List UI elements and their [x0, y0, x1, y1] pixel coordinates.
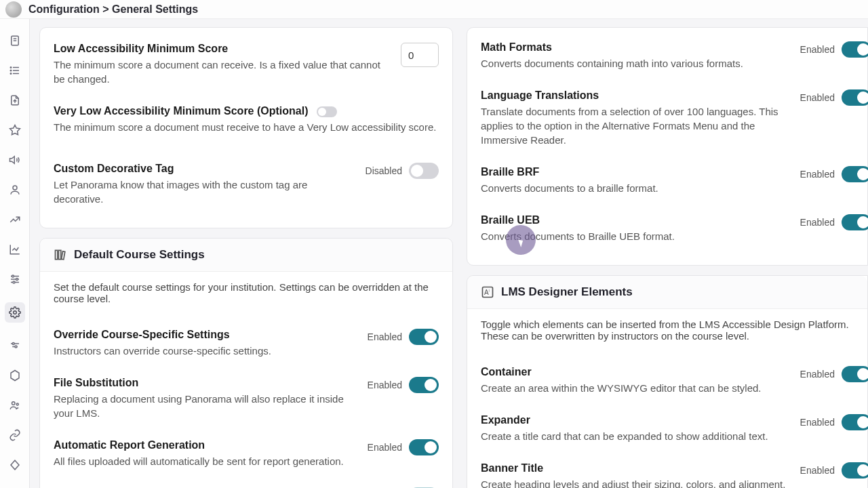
nav-user-icon[interactable]	[8, 183, 22, 197]
svg-rect-28	[59, 250, 61, 259]
default-course-header: Default Course Settings	[40, 239, 452, 272]
low-score-row: Low Accessibility Minimum Score The mini…	[54, 33, 439, 96]
container-row: Container Create an area within the WYSI…	[481, 357, 867, 405]
autoreport-title: Automatic Report Generation	[54, 439, 354, 451]
math-status: Enabled	[800, 44, 835, 55]
lang-toggle[interactable]	[842, 89, 868, 106]
banner-desc: Create heading levels and adjust their s…	[481, 477, 787, 488]
nav-diamond-icon[interactable]	[8, 458, 22, 472]
decorative-desc: Let Panorama know that images with the c…	[54, 178, 352, 206]
very-low-desc: The minimum score a document must receiv…	[54, 120, 439, 134]
brf-title: Braille BRF	[481, 166, 787, 178]
low-score-title: Low Accessibility Minimum Score	[54, 43, 387, 55]
ueb-title: Braille UEB	[481, 214, 787, 226]
container-title: Container	[481, 366, 787, 378]
low-score-input[interactable]	[401, 43, 439, 67]
allowdisable-row: Allow Instructors to Disable Alternative…	[54, 478, 439, 488]
nav-filter-icon[interactable]	[8, 339, 22, 352]
nav-hex-icon[interactable]	[8, 369, 22, 382]
nav-import-icon[interactable]	[8, 94, 22, 107]
decorative-tag-row: Custom Decorative Tag Let Panorama know …	[54, 144, 439, 216]
expander-title: Expander	[481, 414, 787, 426]
nav-gear-icon[interactable]	[5, 302, 25, 323]
override-toggle[interactable]	[409, 329, 439, 345]
topbar: Configuration > General Settings	[0, 0, 868, 19]
sidebar	[0, 0, 30, 488]
banner-row: Banner Title Create heading levels and a…	[481, 453, 867, 488]
very-low-score-row: Very Low Accessibility Minimum Score (Op…	[54, 96, 439, 144]
filesub-desc: Replacing a document using Panorama will…	[54, 392, 354, 420]
design-grid-icon: A↕	[481, 285, 494, 299]
brf-row: Braille BRF Converts documents to a brai…	[481, 157, 867, 205]
svg-rect-29	[62, 251, 65, 260]
svg-text:↕: ↕	[488, 288, 490, 292]
banner-toggle[interactable]	[842, 462, 868, 479]
svg-point-17	[13, 281, 15, 283]
svg-point-7	[10, 70, 12, 71]
override-row: Override Course-Specific Settings Instru…	[54, 319, 439, 367]
lang-status: Enabled	[800, 92, 835, 103]
container-toggle[interactable]	[842, 366, 868, 382]
banner-title: Banner Title	[481, 462, 787, 474]
designer-header: A↕ LMS Designer Elements	[467, 276, 867, 309]
breadcrumb: Configuration > General Settings	[28, 3, 198, 16]
lang-row: Language Translations Translate document…	[481, 80, 867, 157]
ueb-row: Braille UEB Converts documents to Braill…	[481, 205, 867, 253]
math-desc: Converts documents containing math into …	[481, 56, 787, 70]
books-icon	[54, 248, 67, 262]
svg-point-11	[13, 186, 17, 190]
math-row: Math Formats Converts documents containi…	[481, 32, 867, 80]
ueb-toggle[interactable]	[842, 214, 868, 230]
brf-toggle[interactable]	[842, 166, 868, 182]
nav-users-icon[interactable]	[8, 399, 22, 412]
nav-sliders-icon[interactable]	[8, 272, 22, 286]
nav-document-icon[interactable]	[8, 34, 22, 47]
very-low-toggle[interactable]	[317, 106, 337, 117]
override-title: Override Course-Specific Settings	[54, 329, 354, 341]
nav-list-icon[interactable]	[8, 64, 22, 77]
svg-marker-26	[11, 460, 19, 470]
expander-row: Expander Create a title card that can be…	[481, 405, 867, 453]
decorative-toggle[interactable]	[409, 163, 439, 179]
autoreport-row: Automatic Report Generation All files up…	[54, 430, 439, 478]
brf-desc: Converts documents to a braille format.	[481, 181, 787, 195]
very-low-title: Very Low Accessibility Minimum Score (Op…	[54, 105, 439, 117]
svg-point-25	[16, 403, 18, 405]
expander-toggle[interactable]	[842, 414, 868, 430]
svg-rect-27	[56, 250, 58, 259]
nav-trend-icon[interactable]	[8, 213, 22, 226]
brf-status: Enabled	[800, 169, 835, 180]
lang-title: Language Translations	[481, 89, 787, 102]
svg-marker-9	[9, 125, 20, 135]
nav-link-icon[interactable]	[8, 428, 22, 442]
expander-status: Enabled	[800, 417, 835, 428]
filesub-toggle[interactable]	[409, 377, 439, 393]
autoreport-desc: All files uploaded will automatically be…	[54, 454, 354, 468]
svg-point-16	[16, 279, 18, 281]
filesub-status: Enabled	[368, 380, 402, 390]
filesub-title: File Substitution	[54, 377, 354, 389]
main-content: Low Accessibility Minimum Score The mini…	[30, 0, 868, 488]
accessibility-card: Low Accessibility Minimum Score The mini…	[39, 27, 453, 228]
nav-speaker-icon[interactable]	[8, 153, 22, 167]
autoreport-toggle[interactable]	[409, 439, 439, 455]
svg-point-22	[15, 346, 17, 348]
svg-point-8	[10, 73, 12, 75]
math-toggle[interactable]	[842, 41, 868, 58]
svg-point-21	[12, 343, 14, 345]
nav-star-icon[interactable]	[8, 123, 22, 137]
designer-card: A↕ LMS Designer Elements Toggle which el…	[467, 275, 868, 488]
svg-point-18	[13, 311, 16, 314]
autoreport-status: Enabled	[368, 442, 402, 453]
formats-card: Math Formats Converts documents containi…	[467, 27, 868, 266]
expander-desc: Create a title card that can be expanded…	[481, 429, 787, 443]
svg-marker-10	[9, 157, 14, 164]
nav-chart-icon[interactable]	[8, 243, 22, 256]
low-score-desc: The minimum score a document can receive…	[54, 58, 387, 86]
svg-point-6	[10, 67, 12, 68]
banner-status: Enabled	[800, 465, 835, 476]
svg-point-24	[12, 402, 15, 405]
math-title: Math Formats	[481, 41, 787, 54]
container-desc: Create an area within the WYSIWYG editor…	[481, 381, 787, 395]
designer-title: LMS Designer Elements	[501, 285, 633, 299]
